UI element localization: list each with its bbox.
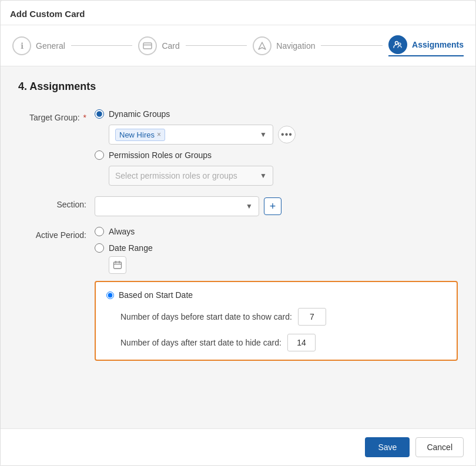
more-options-btn[interactable]: ••• <box>278 126 296 143</box>
modal-footer: Save Cancel <box>1 428 475 465</box>
always-label: Always <box>109 227 135 236</box>
assignments-step-label: Assignments <box>412 40 464 49</box>
section-title: 4. Assignments <box>18 81 458 93</box>
section-dropdown-row: ▼ + <box>95 196 458 216</box>
dynamic-groups-label: Dynamic Groups <box>109 109 170 119</box>
cancel-button[interactable]: Cancel <box>415 437 464 457</box>
active-period-content: Always Date Range <box>95 227 458 361</box>
section-label: Section: <box>18 196 95 209</box>
svg-rect-0 <box>143 43 152 49</box>
wizard-steps: ℹ General Card Navigation <box>1 25 475 66</box>
days-before-input[interactable] <box>298 308 326 326</box>
permission-roles-dropdown-row: Select permission roles or groups ▼ <box>109 166 458 186</box>
step-connector-2 <box>186 45 247 46</box>
days-after-input[interactable] <box>287 334 316 351</box>
save-button[interactable]: Save <box>365 437 410 457</box>
card-step-icon <box>138 36 157 55</box>
target-group-row: Target Group: * Dynamic Groups New Hires <box>18 109 458 186</box>
dynamic-groups-dropdown[interactable]: New Hires × ▼ <box>109 125 273 145</box>
dynamic-groups-option[interactable]: Dynamic Groups <box>95 109 458 119</box>
svg-rect-5 <box>114 262 122 269</box>
navigation-step-label: Navigation <box>276 41 315 51</box>
permission-roles-label: Permission Roles or Groups <box>109 150 212 160</box>
assignments-step-icon <box>388 35 407 54</box>
date-range-option[interactable]: Date Range <box>95 243 458 253</box>
section-chevron-icon: ▼ <box>246 202 253 210</box>
step-connector-3 <box>321 45 383 46</box>
section-dropdown[interactable]: ▼ <box>95 196 259 216</box>
modal-body: 4. Assignments Target Group: * Dynamic G… <box>1 66 475 428</box>
dynamic-groups-radio[interactable] <box>95 109 104 119</box>
new-hires-tag: New Hires × <box>115 129 165 141</box>
wizard-step-card[interactable]: Card <box>138 36 179 55</box>
date-range-label: Date Range <box>109 243 153 253</box>
active-period-row: Active Period: Always Date Range <box>18 227 458 361</box>
permission-roles-dropdown[interactable]: Select permission roles or groups ▼ <box>109 166 273 186</box>
modal-title: Add Custom Card <box>1 1 475 25</box>
general-step-label: General <box>36 41 65 51</box>
navigation-step-icon <box>253 36 271 55</box>
svg-marker-2 <box>259 42 266 49</box>
wizard-step-general[interactable]: ℹ General <box>12 36 65 55</box>
dropdown-chevron-icon: ▼ <box>260 130 267 139</box>
target-group-content: Dynamic Groups New Hires × ▼ ••• <box>95 109 458 186</box>
date-range-input-row <box>109 256 458 274</box>
wizard-step-assignments[interactable]: Assignments <box>388 35 464 56</box>
date-range-row-wrapper: Date Range <box>95 243 458 274</box>
svg-point-3 <box>395 41 398 44</box>
based-on-start-date-box: Based on Start Date Number of days befor… <box>95 281 458 361</box>
permission-chevron-icon: ▼ <box>260 172 267 180</box>
wizard-step-navigation[interactable]: Navigation <box>253 36 315 55</box>
active-period-label: Active Period: <box>18 227 95 240</box>
always-radio[interactable] <box>95 227 104 236</box>
date-range-radio[interactable] <box>95 243 104 253</box>
calendar-icon-btn[interactable] <box>109 256 126 274</box>
active-period-options: Always Date Range <box>95 227 458 361</box>
svg-point-4 <box>398 43 401 45</box>
target-group-label: Target Group: * <box>18 109 95 122</box>
step-connector-1 <box>71 45 133 46</box>
always-option[interactable]: Always <box>95 227 458 236</box>
permission-roles-option[interactable]: Permission Roles or Groups <box>95 150 458 160</box>
required-indicator: * <box>83 113 86 122</box>
remove-tag-btn[interactable]: × <box>157 130 161 139</box>
days-after-label: Number of days after start date to hide … <box>120 338 281 347</box>
section-row: Section: ▼ + <box>18 196 458 216</box>
days-before-row: Number of days before start date to show… <box>120 308 446 326</box>
permission-roles-radio[interactable] <box>95 150 104 160</box>
based-on-start-date-header: Based on Start Date <box>106 290 446 300</box>
card-step-label: Card <box>162 41 179 51</box>
dynamic-groups-dropdown-row: New Hires × ▼ ••• <box>109 125 458 145</box>
days-after-row: Number of days after start date to hide … <box>120 334 446 351</box>
based-on-start-radio[interactable] <box>106 291 114 299</box>
modal-container: Add Custom Card ℹ General Card <box>0 0 476 466</box>
add-section-btn[interactable]: + <box>264 197 281 215</box>
days-before-label: Number of days before start date to show… <box>120 312 292 321</box>
section-content: ▼ + <box>95 196 458 216</box>
based-on-start-label: Based on Start Date <box>119 290 193 300</box>
general-step-icon: ℹ <box>12 36 31 55</box>
